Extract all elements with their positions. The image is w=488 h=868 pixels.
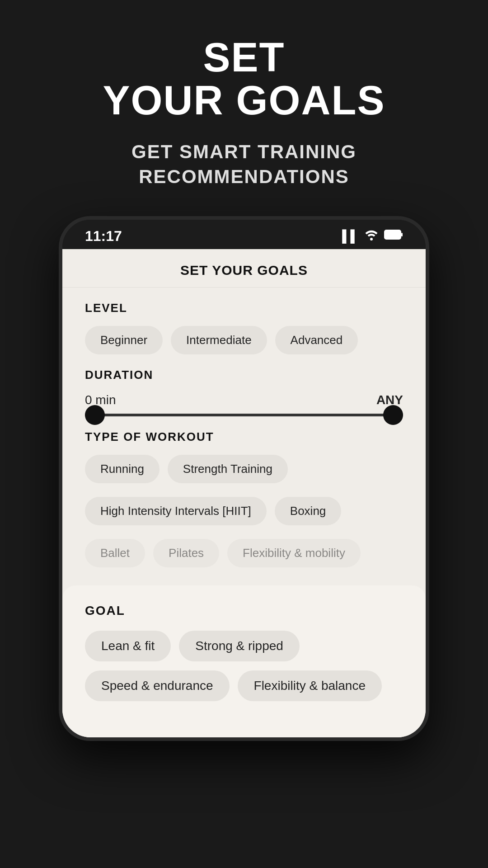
- level-chips-row: Beginner Intermediate Advanced: [85, 326, 403, 354]
- chip-running[interactable]: Running: [85, 455, 160, 483]
- chip-beginner[interactable]: Beginner: [85, 326, 163, 354]
- workout-chips-row: Running Strength Training: [85, 455, 403, 483]
- goal-card: GOAL Lean & fit Strong & ripped Speed & …: [62, 585, 426, 737]
- chip-flexibility-mobility[interactable]: Flexibility & mobility: [227, 539, 361, 567]
- chip-strength-training[interactable]: Strength Training: [168, 455, 288, 483]
- workout-label: TYPE OF WORKOUT: [85, 430, 403, 444]
- signal-icon: ▌▌: [342, 229, 359, 243]
- workout-faded-row: Ballet Pilates Flexibility & mobility: [85, 539, 403, 567]
- chip-intermediate[interactable]: Intermediate: [171, 326, 267, 354]
- main-title: SET YOUR GOALS: [103, 36, 385, 122]
- level-label: LEVEL: [85, 301, 403, 315]
- chip-boxing[interactable]: Boxing: [275, 497, 342, 525]
- chip-ballet[interactable]: Ballet: [85, 539, 145, 567]
- goal-chips-row-2: Speed & endurance Flexibility & balance: [85, 670, 403, 701]
- header-section: SET YOUR GOALS GET SMART TRAININGRECOMME…: [0, 0, 488, 216]
- workout-chips-row-2: High Intensity Intervals [HIIT] Boxing: [85, 497, 403, 525]
- chip-strong-ripped[interactable]: Strong & ripped: [179, 631, 300, 661]
- screen-title: SET YOUR GOALS: [85, 263, 403, 278]
- chip-hiit[interactable]: High Intensity Intervals [HIIT]: [85, 497, 267, 525]
- status-icons: ▌▌: [342, 229, 403, 244]
- workout-section: TYPE OF WORKOUT Running Strength Trainin…: [85, 430, 403, 567]
- slider-thumb-left[interactable]: [85, 405, 105, 425]
- phone-container: 11:17 ▌▌ SET YOUR GOALS LEVEL Beginn: [59, 216, 429, 741]
- slider-thumb-right[interactable]: [383, 405, 403, 425]
- subtitle: GET SMART TRAININGRECOMMENDATIONS: [131, 140, 357, 189]
- phone-screen: SET YOUR GOALS LEVEL Beginner Intermedia…: [62, 249, 426, 737]
- duration-label: DURATION: [85, 368, 403, 382]
- status-bar: 11:17 ▌▌: [62, 220, 426, 249]
- chip-lean-fit[interactable]: Lean & fit: [85, 631, 171, 661]
- svg-rect-1: [401, 233, 403, 236]
- duration-range: 0 min ANY: [85, 393, 403, 407]
- battery-icon: [384, 229, 403, 243]
- screen-content: LEVEL Beginner Intermediate Advanced DUR…: [62, 288, 426, 590]
- svg-rect-0: [385, 230, 401, 239]
- goal-label: GOAL: [85, 604, 403, 618]
- duration-slider[interactable]: [85, 414, 403, 416]
- status-time: 11:17: [85, 228, 122, 245]
- chip-pilates[interactable]: Pilates: [153, 539, 219, 567]
- wifi-icon: [364, 229, 379, 244]
- duration-section: DURATION 0 min ANY: [85, 368, 403, 416]
- goal-chips-row-1: Lean & fit Strong & ripped: [85, 631, 403, 661]
- chip-advanced[interactable]: Advanced: [275, 326, 358, 354]
- duration-min: 0 min: [85, 393, 116, 407]
- chip-speed-endurance[interactable]: Speed & endurance: [85, 670, 230, 701]
- screen-header: SET YOUR GOALS: [62, 249, 426, 288]
- chip-flexibility-balance[interactable]: Flexibility & balance: [238, 670, 382, 701]
